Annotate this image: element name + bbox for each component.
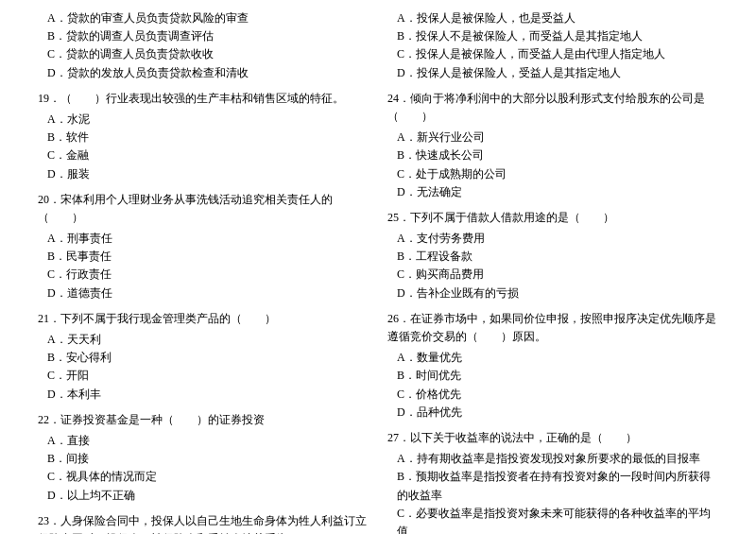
option-21-c: C．开阳 xyxy=(47,367,369,385)
option-loan-c: C．贷款的调查人员负责贷款收收 xyxy=(47,45,369,63)
options-24: A．新兴行业公司 B．快速成长公司 C．处于成熟期的公司 D．无法确定 xyxy=(387,129,718,201)
question-title-22: 22．证券投资基金是一种（ ）的证券投资 xyxy=(38,411,369,429)
question-title-21: 21．下列不属于我行现金管理类产品的（ ） xyxy=(38,310,369,328)
option-loan-a: A．贷款的审查人员负责贷款风险的审查 xyxy=(47,9,369,27)
question-block-21: 21．下列不属于我行现金管理类产品的（ ） A．天天利 B．安心得利 C．开阳 … xyxy=(38,310,369,404)
option-19-b: B．软件 xyxy=(47,129,369,146)
left-column: A．贷款的审查人员负责贷款风险的审查 B．贷款的调查人员负责调查评估 C．贷款的… xyxy=(38,9,369,534)
options-20: A．刑事责任 B．民事责任 C．行政责任 D．道德责任 xyxy=(38,230,369,302)
options-21: A．天天利 B．安心得利 C．开阳 D．本利丰 xyxy=(38,331,369,404)
option-25-d: D．告补企业既有的亏损 xyxy=(397,284,718,302)
option-20-d: D．道德责任 xyxy=(47,284,369,302)
question-block-26: 26．在证券市场中，如果同价位申报，按照申报序决定优先顺序是遵循竞价交易的（ ）… xyxy=(387,310,718,422)
option-27-a: A．持有期收益率是指投资发现投对象所要求的最低的目报率 xyxy=(397,450,718,468)
option-25-b: B．工程设备款 xyxy=(397,248,718,266)
question-block-insure: A．投保人是被保险人，也是受益人 B．投保人不是被保险人，而受益人是其指定地人 … xyxy=(387,9,718,82)
option-25-a: A．支付劳务费用 xyxy=(397,230,718,248)
options-insure: A．投保人是被保险人，也是受益人 B．投保人不是被保险人，而受益人是其指定地人 … xyxy=(387,9,718,82)
page: A．贷款的审查人员负责贷款风险的审查 B．贷款的调查人员负责调查评估 C．贷款的… xyxy=(0,0,756,534)
option-21-b: B．安心得利 xyxy=(47,349,369,367)
main-content: A．贷款的审查人员负责贷款风险的审查 B．贷款的调查人员负责调查评估 C．贷款的… xyxy=(38,9,718,534)
question-block-19: 19．（ ）行业表现出较强的生产丰枯和销售区域的特征。 A．水泥 B．软件 C．… xyxy=(38,90,369,183)
question-title-27: 27．以下关于收益率的说法中，正确的是（ ） xyxy=(387,429,718,447)
option-22-b: B．间接 xyxy=(47,450,369,468)
option-26-b: B．时间优先 xyxy=(397,367,718,385)
option-19-a: A．水泥 xyxy=(47,111,369,129)
option-24-d: D．无法确定 xyxy=(397,183,718,201)
options-22: A．直接 B．间接 C．视具体的情况而定 D．以上均不正确 xyxy=(38,432,369,505)
question-title-20: 20．宋体利用个人理财业务从事洗钱活动追究相关责任人的（ ） xyxy=(38,191,369,227)
option-24-c: C．处于成熟期的公司 xyxy=(397,165,718,183)
option-19-c: C．金融 xyxy=(47,146,369,164)
option-loan-d: D．贷款的发放人员负责贷款检查和清收 xyxy=(47,64,369,82)
options-19: A．水泥 B．软件 C．金融 D．服装 xyxy=(38,111,369,183)
option-20-a: A．刑事责任 xyxy=(47,230,369,248)
option-24-b: B．快速成长公司 xyxy=(397,146,718,164)
option-26-d: D．品种优先 xyxy=(397,404,718,422)
option-21-d: D．本利丰 xyxy=(47,386,369,404)
option-27-b: B．预期收益率是指投资者在持有投资对象的一段时间内所获得的收益率 xyxy=(397,468,718,504)
option-20-c: C．行政责任 xyxy=(47,266,369,284)
question-title-25: 25．下列不属于借款人借款用途的是（ ） xyxy=(387,209,718,227)
question-block-22: 22．证券投资基金是一种（ ）的证券投资 A．直接 B．间接 C．视具体的情况而… xyxy=(38,411,369,505)
question-block-24: 24．倾向于将净利润中的大部分以股利形式支付给股东的公司是（ ） A．新兴行业公… xyxy=(387,90,718,201)
options-25: A．支付劳务费用 B．工程设备款 C．购买商品费用 D．告补企业既有的亏损 xyxy=(387,230,718,302)
options-27: A．持有期收益率是指投资发现投对象所要求的最低的目报率 B．预期收益率是指投资者… xyxy=(387,450,718,534)
option-19-d: D．服装 xyxy=(47,165,369,183)
option-26-c: C．价格优先 xyxy=(397,386,718,404)
option-20-b: B．民事责任 xyxy=(47,248,369,266)
question-block-loan: A．贷款的审查人员负责贷款风险的审查 B．贷款的调查人员负责调查评估 C．贷款的… xyxy=(38,9,369,82)
option-insure-b: B．投保人不是被保险人，而受益人是其指定地人 xyxy=(397,27,718,45)
option-insure-d: D．投保人是被保险人，受益人是其指定地人 xyxy=(397,64,718,82)
question-title-19: 19．（ ）行业表现出较强的生产丰枯和销售区域的特征。 xyxy=(38,90,369,108)
option-22-d: D．以上均不正确 xyxy=(47,487,369,505)
right-column: A．投保人是被保险人，也是受益人 B．投保人不是被保险人，而受益人是其指定地人 … xyxy=(387,9,718,534)
question-title-23: 23．人身保险合同中，投保人以自己生地生命身体为牲人利益订立保险合同时，投保人、… xyxy=(38,512,369,534)
option-21-a: A．天天利 xyxy=(47,331,369,349)
question-block-25: 25．下列不属于借款人借款用途的是（ ） A．支付劳务费用 B．工程设备款 C．… xyxy=(387,209,718,302)
options-26: A．数量优先 B．时间优先 C．价格优先 D．品种优先 xyxy=(387,349,718,422)
option-24-a: A．新兴行业公司 xyxy=(397,129,718,146)
question-block-23: 23．人身保险合同中，投保人以自己生地生命身体为牲人利益订立保险合同时，投保人、… xyxy=(38,512,369,534)
option-22-a: A．直接 xyxy=(47,432,369,450)
question-block-27: 27．以下关于收益率的说法中，正确的是（ ） A．持有期收益率是指投资发现投对象… xyxy=(387,429,718,534)
options-loan: A．贷款的审查人员负责贷款风险的审查 B．贷款的调查人员负责调查评估 C．贷款的… xyxy=(38,9,369,82)
option-insure-a: A．投保人是被保险人，也是受益人 xyxy=(397,9,718,27)
option-25-c: C．购买商品费用 xyxy=(397,266,718,284)
option-26-a: A．数量优先 xyxy=(397,349,718,367)
option-27-c: C．必要收益率是指投资对象未来可能获得的各种收益率的平均值 xyxy=(397,505,718,534)
question-block-20: 20．宋体利用个人理财业务从事洗钱活动追究相关责任人的（ ） A．刑事责任 B．… xyxy=(38,191,369,302)
question-title-26: 26．在证券市场中，如果同价位申报，按照申报序决定优先顺序是遵循竞价交易的（ ）… xyxy=(387,310,718,346)
option-22-c: C．视具体的情况而定 xyxy=(47,468,369,486)
question-title-24: 24．倾向于将净利润中的大部分以股利形式支付给股东的公司是（ ） xyxy=(387,90,718,126)
option-insure-c: C．投保人是被保险人，而受益人是由代理人指定地人 xyxy=(397,45,718,63)
option-loan-b: B．贷款的调查人员负责调查评估 xyxy=(47,27,369,45)
